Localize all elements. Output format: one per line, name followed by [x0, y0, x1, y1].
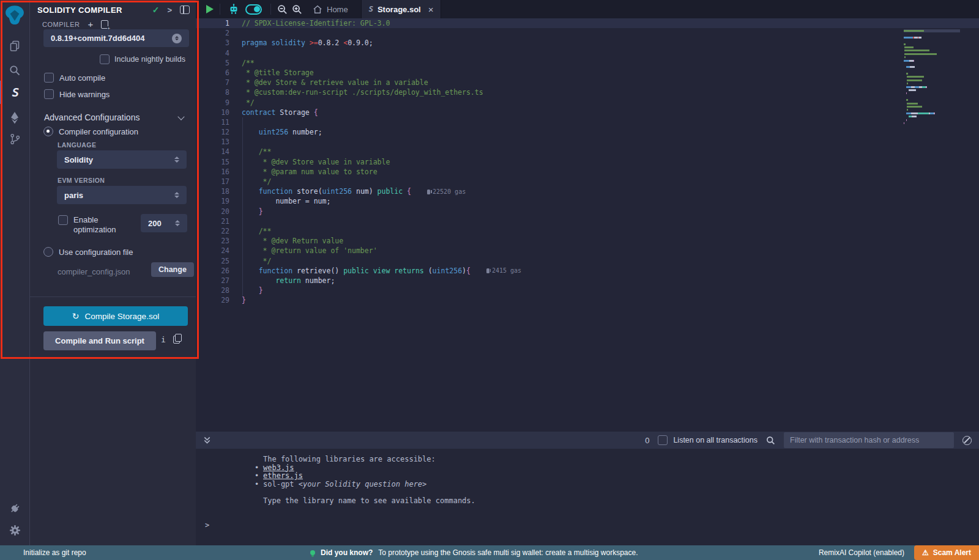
git-init-status[interactable]: Initialize as git repo [23, 548, 86, 557]
search-icon [9, 64, 21, 76]
solidity-compiler-panel: SOLIDITY COMPILER ✓ > COMPILER + 0.8.19+… [30, 0, 196, 545]
hide-warnings-checkbox[interactable] [44, 89, 54, 99]
compiler-version-value: 0.8.19+commit.7dd6d404 [51, 34, 145, 43]
terminal[interactable]: The following libraries are accessible:•… [196, 449, 979, 545]
compiler-version-select[interactable]: 0.8.19+commit.7dd6d404 [43, 29, 189, 47]
page-title: SOLIDITY COMPILER [37, 6, 144, 15]
use-config-file-label: Use configuration file [59, 248, 133, 257]
clear-block-icon[interactable] [962, 436, 972, 445]
enable-optimization-row: Enable optimization [58, 215, 124, 235]
terminal-library-link[interactable]: ethers.js [263, 471, 303, 480]
transaction-count: 0 [645, 436, 649, 445]
status-bar: Initialize as git repo Did you know? To … [0, 545, 979, 560]
transaction-filter-input[interactable] [784, 432, 954, 448]
code-line: 2 [196, 28, 979, 38]
editor-minimap[interactable] [904, 29, 960, 125]
language-select[interactable]: Solidity [57, 150, 187, 169]
sidebar-item-solidity-compiler[interactable]: S [0, 81, 29, 104]
code-line: 19 number = num; [196, 196, 979, 206]
advanced-configurations-header[interactable]: Advanced Configurations [44, 112, 184, 122]
terminal-controls: 0 Listen on all transactions [645, 432, 972, 448]
code-line: 1// SPDX-License-Identifier: GPL-3.0 [196, 18, 979, 28]
include-nightly-checkbox[interactable] [100, 54, 110, 64]
compiler-configuration-radio[interactable] [43, 127, 53, 136]
evm-version-select[interactable]: paris [57, 186, 187, 204]
ai-robot-icon[interactable] [228, 3, 240, 15]
zoom-in-icon[interactable] [292, 4, 302, 15]
code-line: 4 [196, 48, 979, 58]
toolbar-separator [220, 4, 220, 15]
open-file-icon[interactable] [101, 20, 108, 29]
compiler-configuration-row: Compiler configuration [43, 127, 138, 136]
copy-icon[interactable] [173, 336, 180, 344]
tab-storage-sol[interactable]: S Storage.sol × [361, 0, 442, 18]
sidebar-item-plugin-manager[interactable] [0, 496, 29, 520]
solidity-file-icon: S [369, 5, 373, 13]
code-line: 14 /** [196, 147, 979, 157]
main-area: Home S Storage.sol × 1// SPDX-License-Id… [196, 0, 979, 545]
enable-optimization-checkbox[interactable] [58, 215, 68, 225]
code-line: 22 /** [196, 226, 979, 236]
code-line: 3pragma solidity >=0.8.2 <0.9.0; [196, 38, 979, 48]
tip-title: Did you know? [321, 548, 373, 557]
file-explorer-icon [9, 40, 21, 52]
editor-tab-bar: Home S Storage.sol × [196, 0, 979, 18]
code-editor[interactable]: 1// SPDX-License-Identifier: GPL-3.023pr… [196, 18, 979, 432]
remix-logo[interactable] [0, 2, 29, 27]
gas-pump-icon [427, 190, 430, 194]
optimization-runs-input[interactable]: 200 [141, 214, 187, 232]
sidebar-item-file-explorer[interactable] [0, 34, 29, 57]
compile-button[interactable]: ↻ Compile Storage.sol [43, 306, 188, 326]
code-line: 29} [196, 295, 979, 305]
listen-transactions-checkbox[interactable] [658, 435, 668, 445]
sidebar-item-deploy-run[interactable] [0, 106, 29, 130]
code-line: 9 */ [196, 98, 979, 108]
gas-estimate: 22520 gas [427, 187, 466, 197]
close-icon[interactable]: × [428, 4, 434, 15]
hide-warnings-label: Hide warnings [59, 90, 110, 99]
deploy-run-icon [9, 111, 21, 125]
terminal-library-link[interactable]: web3.js [263, 463, 294, 472]
gas-pump-icon [486, 268, 489, 273]
config-file-name: compiler_config.json [58, 267, 130, 276]
settings-gear-icon [9, 525, 21, 536]
toolbar-separator [270, 4, 271, 15]
code-line: 18 function store(uint256 num) public {2… [196, 186, 979, 196]
git-icon [9, 133, 21, 145]
collapse-double-chevron-icon[interactable] [203, 436, 211, 444]
compiler-configuration-label: Compiler configuration [59, 127, 138, 136]
scam-alert-button[interactable]: ⚠ Scam Alert [914, 545, 979, 560]
info-icon[interactable]: i [161, 335, 166, 344]
remix-logo-icon [4, 4, 25, 25]
compile-and-run-button[interactable]: Compile and Run script [43, 331, 156, 350]
panel-divider [30, 297, 196, 297]
play-icon[interactable] [206, 5, 214, 13]
language-label: LANGUAGE [58, 141, 96, 149]
select-arrows-icon [174, 192, 179, 198]
search-icon[interactable] [766, 436, 775, 445]
code-line: 17 */ [196, 177, 979, 186]
sidebar-item-search[interactable] [0, 59, 29, 82]
hide-warnings-row: Hide warnings [44, 89, 110, 99]
code-line: 23 * @dev Return value [196, 236, 979, 246]
auto-compile-row: Auto compile [44, 73, 105, 83]
gas-estimate: 2415 gas [486, 266, 521, 276]
compiler-section-row: COMPILER + [42, 20, 108, 29]
change-config-button[interactable]: Change [151, 262, 194, 277]
sidebar-item-git[interactable] [0, 127, 29, 150]
copilot-status[interactable]: RemixAI Copilot (enabled) [819, 548, 904, 557]
code-line: 28 } [196, 286, 979, 295]
split-panel-icon[interactable] [180, 6, 190, 14]
zoom-out-icon[interactable] [277, 4, 288, 15]
tab-home[interactable]: Home [313, 5, 348, 14]
auto-compile-label: Auto compile [59, 73, 105, 83]
code-line: 21 [196, 216, 979, 226]
auto-compile-checkbox[interactable] [44, 73, 54, 83]
use-config-file-row: Use configuration file [43, 247, 133, 257]
toggle-on-icon[interactable] [245, 4, 262, 15]
chevron-right-icon[interactable]: > [167, 6, 172, 15]
sidebar-item-settings[interactable] [0, 518, 29, 542]
add-version-icon[interactable]: + [87, 21, 93, 28]
terminal-prompt[interactable]: > [196, 521, 979, 529]
use-config-file-radio[interactable] [43, 247, 53, 257]
